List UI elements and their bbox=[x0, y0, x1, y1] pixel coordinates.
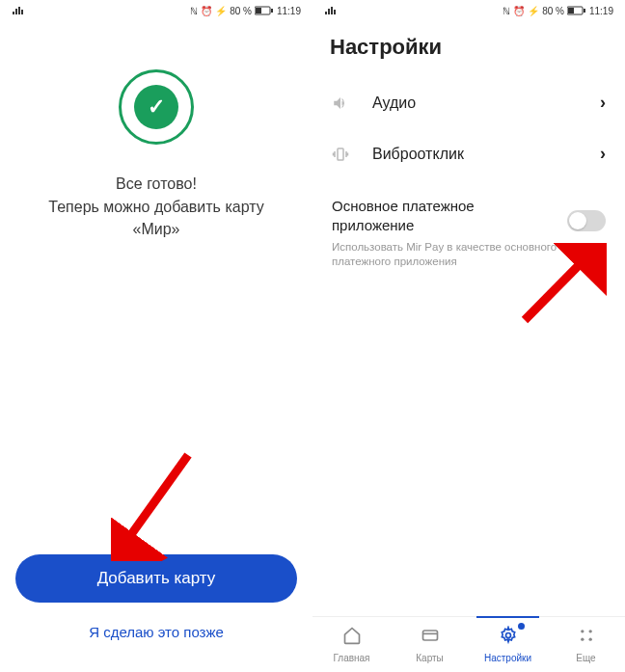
svg-rect-6 bbox=[568, 8, 574, 13]
later-button[interactable]: Я сделаю это позже bbox=[15, 614, 297, 649]
nav-more[interactable]: Еще bbox=[547, 617, 625, 672]
alarm-icon: ⏰ bbox=[513, 6, 525, 16]
svg-point-12 bbox=[505, 633, 510, 638]
success-icon: ✓ bbox=[119, 69, 194, 145]
bluetooth-icon: ⚡ bbox=[528, 6, 539, 16]
chevron-right-icon: › bbox=[600, 144, 606, 164]
success-title: Все готово! bbox=[29, 174, 284, 195]
clock: 11:19 bbox=[277, 6, 301, 16]
nav-cards[interactable]: Карты bbox=[391, 617, 469, 672]
row-label: Виброотклик bbox=[372, 146, 600, 163]
home-icon bbox=[342, 626, 362, 650]
svg-rect-1 bbox=[256, 8, 261, 13]
notification-dot bbox=[518, 623, 525, 630]
svg-point-15 bbox=[581, 638, 584, 641]
vibration-icon bbox=[332, 146, 355, 163]
settings-row-vibration[interactable]: Виброотклик › bbox=[312, 128, 625, 179]
screen-success: ℕ ⏰ ⚡ 80 % 11:19 ✓ Все готово! Теперь мо… bbox=[0, 0, 312, 672]
battery-pct: 80 % bbox=[542, 6, 564, 16]
settings-row-audio[interactable]: Аудио › bbox=[312, 77, 625, 128]
status-bar: ℕ ⏰ ⚡ 80 % 11:19 bbox=[0, 0, 312, 21]
gear-icon bbox=[499, 626, 518, 650]
screen-settings: ℕ ⏰ ⚡ 80 % 11:19 Настройки Аудио › Вибро… bbox=[312, 0, 625, 672]
svg-rect-8 bbox=[338, 148, 343, 160]
nav-settings[interactable]: Настройки bbox=[469, 617, 547, 672]
default-app-subtitle: Использовать Mir Pay в качестве основног… bbox=[332, 240, 557, 270]
bluetooth-icon: ⚡ bbox=[215, 6, 227, 16]
add-card-button[interactable]: Добавить карту bbox=[15, 554, 297, 603]
svg-rect-11 bbox=[422, 631, 437, 640]
row-label: Аудио bbox=[372, 94, 600, 112]
success-subtitle: Теперь можно добавить карту «Мир» bbox=[29, 197, 284, 240]
nav-home[interactable]: Главная bbox=[312, 617, 391, 672]
svg-rect-2 bbox=[271, 9, 273, 13]
alarm-icon: ⏰ bbox=[201, 6, 212, 16]
battery-pct: 80 % bbox=[230, 6, 252, 16]
checkmark-icon: ✓ bbox=[148, 94, 165, 120]
default-app-title: Основное платежное приложение bbox=[332, 197, 557, 236]
status-bar: ℕ ⏰ ⚡ 80 % 11:19 bbox=[312, 0, 625, 21]
default-app-toggle[interactable] bbox=[567, 210, 606, 231]
audio-icon bbox=[332, 94, 355, 112]
svg-point-14 bbox=[588, 630, 591, 632]
nfc-icon: ℕ bbox=[503, 6, 510, 16]
bottom-nav: Главная Карты Настройки Еще bbox=[312, 616, 625, 672]
more-icon bbox=[577, 626, 596, 650]
cards-icon bbox=[421, 626, 440, 650]
svg-point-13 bbox=[581, 630, 584, 632]
page-title: Настройки bbox=[312, 21, 625, 77]
svg-point-16 bbox=[588, 638, 591, 641]
clock: 11:19 bbox=[589, 6, 613, 16]
nfc-icon: ℕ bbox=[190, 6, 198, 16]
chevron-right-icon: › bbox=[600, 93, 606, 113]
svg-rect-7 bbox=[584, 9, 585, 13]
